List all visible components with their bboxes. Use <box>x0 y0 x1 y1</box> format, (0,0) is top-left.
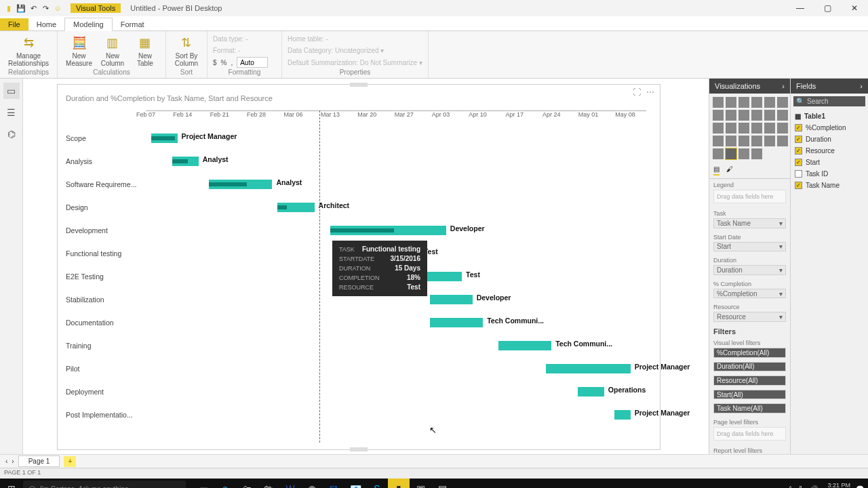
fields-search[interactable]: 🔍 Search <box>793 96 865 106</box>
powerbi-icon[interactable]: ▮ <box>388 479 410 488</box>
data-category-label[interactable]: Data Category: Uncategorized ▾ <box>288 47 384 54</box>
filter-duration[interactable]: Duration(All) <box>713 362 786 372</box>
viz-type-19[interactable] <box>726 136 736 146</box>
table-node[interactable]: ▦ Table1 <box>791 110 868 122</box>
explorer-icon[interactable]: 🗂 <box>236 479 258 488</box>
field--completion[interactable]: ✓%Completion <box>791 122 868 134</box>
viz-type-5[interactable] <box>777 97 788 108</box>
tab-file[interactable]: File <box>0 18 28 30</box>
legend-drop-well[interactable]: Drag data fields here <box>713 190 786 203</box>
app-icon-2[interactable]: ▤ <box>431 479 453 488</box>
gantt-bar[interactable] <box>430 318 483 327</box>
viz-type-25[interactable] <box>726 148 736 159</box>
tab-format[interactable]: Format <box>113 18 153 30</box>
viz-type-10[interactable] <box>764 110 775 121</box>
checkbox-icon[interactable] <box>795 170 802 178</box>
visualization-gallery[interactable] <box>709 94 790 163</box>
task-view-icon[interactable]: ▭ <box>193 479 214 488</box>
checkbox-icon[interactable]: ✓ <box>795 136 802 143</box>
gantt-bar[interactable] <box>546 364 630 373</box>
visualizations-header[interactable]: Visualizations› <box>709 79 790 94</box>
filter-resource[interactable]: Resource(All) <box>713 375 786 386</box>
viz-type-23[interactable] <box>777 136 788 146</box>
viz-type-3[interactable] <box>751 97 762 108</box>
visual-container[interactable]: Duration and %Completion by Task Name, S… <box>57 84 660 450</box>
page-tab-1[interactable]: Page 1 <box>18 455 60 467</box>
viz-type-18[interactable] <box>713 136 724 146</box>
maximize-button[interactable]: ▢ <box>814 0 841 16</box>
new-table-button[interactable]: ▦New Table <box>130 33 160 68</box>
page-filters-drop[interactable]: Drag data fields here <box>713 427 786 441</box>
tab-home[interactable]: Home <box>28 18 64 30</box>
add-page-button[interactable]: + <box>64 456 76 467</box>
skype-icon[interactable]: S <box>366 479 388 488</box>
refresh-icon[interactable]: ☺ <box>53 3 62 13</box>
format-tab-icon[interactable]: 🖌 <box>726 165 733 176</box>
viz-type-16[interactable] <box>764 123 775 134</box>
save-icon[interactable]: 💾 <box>16 3 26 13</box>
checkbox-icon[interactable]: ✓ <box>795 159 802 166</box>
viz-type-4[interactable] <box>764 97 775 108</box>
gantt-bar[interactable] <box>498 341 551 350</box>
field-task-id[interactable]: Task ID <box>791 168 868 180</box>
new-measure-button[interactable]: 🧮New Measure <box>63 33 95 68</box>
mail-icon[interactable]: 📧 <box>344 479 366 488</box>
new-column-button[interactable]: ▥New Column <box>98 33 127 68</box>
outlook-icon[interactable]: ✉ <box>323 479 344 488</box>
cortana-search[interactable]: ◯ I'm Cortana. Ask me anything. <box>23 481 186 488</box>
gantt-bar[interactable] <box>614 410 630 420</box>
network-icon[interactable]: 🖧 <box>797 485 804 489</box>
edge-icon[interactable]: e <box>214 479 236 488</box>
gantt-bar[interactable] <box>277 203 314 212</box>
sort-by-column-button[interactable]: ⇅Sort By Column <box>172 33 201 68</box>
model-view-icon[interactable]: ⌬ <box>3 126 20 142</box>
well-duration[interactable]: Duration▾ <box>713 265 786 275</box>
undo-icon[interactable]: ↶ <box>28 3 38 13</box>
word-icon[interactable]: W <box>279 479 301 488</box>
well-start[interactable]: Start▾ <box>713 242 786 252</box>
viz-type-11[interactable] <box>777 110 788 121</box>
default-summarization-label[interactable]: Default Summarization: Do Not Summarize … <box>288 59 422 66</box>
minimize-button[interactable]: — <box>787 0 814 16</box>
chrome-icon[interactable]: ◉ <box>301 479 323 488</box>
viz-type-14[interactable] <box>738 123 749 134</box>
viz-type-9[interactable] <box>751 110 762 121</box>
field-duration[interactable]: ✓Duration <box>791 134 868 145</box>
fields-header[interactable]: Fields› <box>791 79 868 94</box>
well-task[interactable]: Task Name▾ <box>713 218 786 228</box>
field-start[interactable]: ✓Start <box>791 157 868 168</box>
viz-type-0[interactable] <box>713 97 724 108</box>
gantt-bar[interactable] <box>209 180 272 189</box>
data-view-icon[interactable]: ☰ <box>3 104 20 121</box>
resize-handle-top[interactable] <box>350 83 368 87</box>
gantt-bar[interactable] <box>430 295 472 304</box>
resize-handle-bottom[interactable] <box>350 447 368 451</box>
viz-type-20[interactable] <box>738 136 749 146</box>
viz-type-7[interactable] <box>726 110 736 121</box>
notifications-icon[interactable]: 💬 <box>856 485 864 489</box>
checkbox-icon[interactable]: ✓ <box>795 124 802 131</box>
viz-type-17[interactable] <box>777 123 788 134</box>
viz-type-15[interactable] <box>751 123 762 134</box>
viz-type-21[interactable] <box>751 136 762 146</box>
viz-type-13[interactable] <box>726 123 736 134</box>
viz-type-2[interactable] <box>738 97 749 108</box>
tray-up-icon[interactable]: ˄ <box>789 485 792 489</box>
viz-type-1[interactable] <box>726 97 736 108</box>
viz-type-24[interactable] <box>713 148 724 159</box>
next-page-icon[interactable]: › <box>12 458 14 465</box>
fields-tab-icon[interactable]: ▤ <box>713 165 719 176</box>
gantt-bar[interactable] <box>172 157 199 166</box>
well-resource[interactable]: Resource▾ <box>713 312 786 322</box>
gantt-bar[interactable] <box>578 387 604 396</box>
viz-type-12[interactable] <box>713 123 724 134</box>
filter-taskname[interactable]: Task Name(All) <box>713 403 786 413</box>
percent-icon[interactable]: % <box>221 59 227 66</box>
store-icon[interactable]: 🛍 <box>258 479 279 488</box>
gantt-bar[interactable] <box>330 226 446 235</box>
viz-type-27[interactable] <box>751 148 762 159</box>
field-resource[interactable]: ✓Resource <box>791 145 868 157</box>
volume-icon[interactable]: 🔊 <box>810 485 818 489</box>
decimal-places-input[interactable] <box>237 57 268 68</box>
prev-page-icon[interactable]: ‹ <box>5 458 7 465</box>
